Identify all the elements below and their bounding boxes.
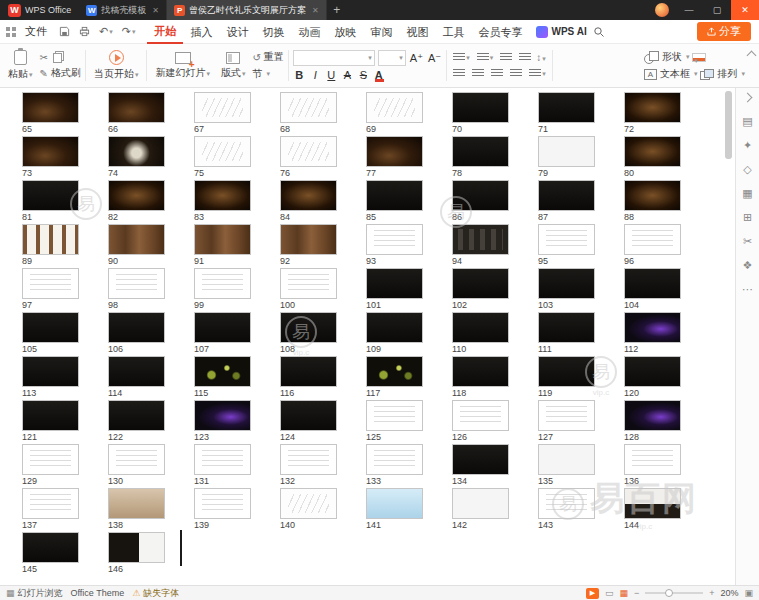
menu-grid-icon[interactable] <box>6 27 16 37</box>
slide-thumbnail-68[interactable] <box>280 92 337 123</box>
slide-thumbnail-69[interactable] <box>366 92 423 123</box>
slide-thumbnail-108[interactable] <box>280 312 337 343</box>
slide-thumbnail-123[interactable] <box>194 400 251 431</box>
document-tab-template[interactable]: W 找稿壳模板 ✕ <box>79 0 167 20</box>
slide-thumbnail-91[interactable] <box>194 224 251 255</box>
slide-thumbnail-65[interactable] <box>22 92 79 123</box>
format-painter-button[interactable]: ✎ 格式刷 <box>40 66 81 80</box>
slide-thumbnail-126[interactable] <box>452 400 509 431</box>
indent-increase-button[interactable] <box>517 51 533 64</box>
slide-thumbnail-138[interactable] <box>108 488 165 519</box>
slide-thumbnail-109[interactable] <box>366 312 423 343</box>
font-family-select[interactable] <box>293 50 375 66</box>
normal-view-button[interactable]: ▭ <box>605 588 614 598</box>
slide-thumbnail-97[interactable] <box>22 268 79 299</box>
new-tab-button[interactable]: + <box>327 0 347 20</box>
slide-thumbnail-101[interactable] <box>366 268 423 299</box>
share-button[interactable]: 分享 <box>697 22 751 41</box>
slide-thumbnail-100[interactable] <box>280 268 337 299</box>
slide-thumbnail-80[interactable] <box>624 136 681 167</box>
fill-color-button[interactable] <box>692 53 706 62</box>
slide-thumbnail-72[interactable] <box>624 92 681 123</box>
paste-button[interactable]: 粘贴 <box>4 49 37 82</box>
slide-thumbnail-77[interactable] <box>366 136 423 167</box>
slide-thumbnail-78[interactable] <box>452 136 509 167</box>
justify-button[interactable] <box>508 67 524 80</box>
font-style-button-I[interactable]: I <box>309 69 322 81</box>
slide-thumbnail-93[interactable] <box>366 224 423 255</box>
slide-thumbnail-137[interactable] <box>22 488 79 519</box>
more-tools-icon[interactable]: ⋯ <box>742 284 753 295</box>
increase-font-button[interactable]: A⁺ <box>409 52 424 65</box>
shapes-button[interactable]: 形状 <box>644 50 690 64</box>
font-style-button-A[interactable]: A <box>341 69 354 81</box>
slide-thumbnail-89[interactable] <box>22 224 79 255</box>
user-avatar[interactable] <box>655 3 669 17</box>
slide-thumbnail-88[interactable] <box>624 180 681 211</box>
align-right-button[interactable] <box>489 67 505 80</box>
slide-thumbnail-139[interactable] <box>194 488 251 519</box>
menu-tab-工具[interactable]: 工具 <box>435 21 471 43</box>
slide-thumbnail-70[interactable] <box>452 92 509 123</box>
font-color-button[interactable]: A <box>373 69 385 81</box>
reset-button[interactable]: ↺ 重置 <box>252 50 283 64</box>
slide-thumbnail-111[interactable] <box>538 312 595 343</box>
slide-thumbnail-128[interactable] <box>624 400 681 431</box>
slide-thumbnail-90[interactable] <box>108 224 165 255</box>
indent-decrease-button[interactable] <box>498 51 514 64</box>
slide-thumbnail-125[interactable] <box>366 400 423 431</box>
print-button[interactable] <box>76 26 93 37</box>
menu-tab-放映[interactable]: 放映 <box>327 21 363 43</box>
slide-thumbnail-73[interactable] <box>22 136 79 167</box>
close-tab-icon[interactable]: ✕ <box>312 6 319 15</box>
slide-thumbnail-135[interactable] <box>538 444 595 475</box>
slide-thumbnail-82[interactable] <box>108 180 165 211</box>
font-size-select[interactable] <box>378 50 406 66</box>
section-button[interactable]: 节 <box>252 67 283 81</box>
slide-thumbnail-104[interactable] <box>624 268 681 299</box>
slide-thumbnail-112[interactable] <box>624 312 681 343</box>
shape-gallery-icon[interactable]: ◇ <box>743 164 751 175</box>
layout-button[interactable]: 版式 <box>217 51 250 81</box>
slide-thumbnail-117[interactable] <box>366 356 423 387</box>
slide-thumbnail-84[interactable] <box>280 180 337 211</box>
cut-tool-icon[interactable]: ✂ <box>743 236 752 247</box>
slide-thumbnail-79[interactable] <box>538 136 595 167</box>
slide-thumbnail-98[interactable] <box>108 268 165 299</box>
vertical-scrollbar[interactable] <box>725 91 732 159</box>
slide-thumbnail-99[interactable] <box>194 268 251 299</box>
slide-thumbnail-119[interactable] <box>538 356 595 387</box>
close-tab-icon[interactable]: ✕ <box>152 6 159 15</box>
slide-thumbnail-92[interactable] <box>280 224 337 255</box>
missing-font-warning[interactable]: ⚠ 缺失字体 <box>132 587 179 600</box>
maximize-button[interactable]: ▢ <box>703 0 731 20</box>
menu-tab-设计[interactable]: 设计 <box>219 21 255 43</box>
align-center-button[interactable] <box>470 67 486 80</box>
menu-tab-开始[interactable]: 开始 <box>147 20 183 44</box>
zoom-slider[interactable] <box>645 592 703 594</box>
menu-tab-动画[interactable]: 动画 <box>291 21 327 43</box>
slide-thumbnail-118[interactable] <box>452 356 509 387</box>
slide-sorter-canvas[interactable]: 6566676869707172737475767778798081828384… <box>0 88 735 585</box>
zoom-in-button[interactable]: + <box>709 588 714 598</box>
slide-thumbnail-67[interactable] <box>194 92 251 123</box>
align-left-button[interactable] <box>451 67 467 80</box>
slide-thumbnail-105[interactable] <box>22 312 79 343</box>
slide-thumbnail-81[interactable] <box>22 180 79 211</box>
slide-thumbnail-85[interactable] <box>366 180 423 211</box>
font-style-button-S[interactable]: S <box>357 69 370 81</box>
slide-thumbnail-115[interactable] <box>194 356 251 387</box>
font-style-button-B[interactable]: B <box>293 69 306 81</box>
play-from-current-button[interactable]: 当页开始 <box>90 46 143 85</box>
slide-thumbnail-130[interactable] <box>108 444 165 475</box>
slide-thumbnail-75[interactable] <box>194 136 251 167</box>
slide-thumbnail-142[interactable] <box>452 488 509 519</box>
slide-thumbnail-83[interactable] <box>194 180 251 211</box>
zoom-out-button[interactable]: − <box>634 588 639 598</box>
clipboard-icon[interactable]: ⊞ <box>743 212 752 223</box>
slide-thumbnail-116[interactable] <box>280 356 337 387</box>
menu-tab-插入[interactable]: 插入 <box>183 21 219 43</box>
zoom-percent[interactable]: 20% <box>720 588 738 598</box>
cut-icon[interactable]: ✂ <box>40 52 48 63</box>
collapse-ribbon-icon[interactable] <box>747 51 757 61</box>
